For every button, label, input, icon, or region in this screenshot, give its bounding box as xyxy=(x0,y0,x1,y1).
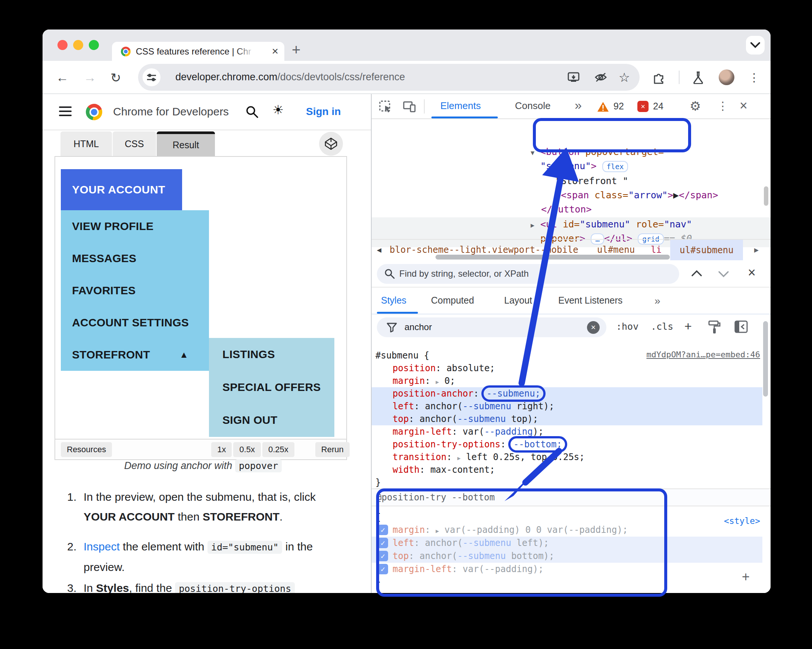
css-prop-left[interactable]: left: anchor(--submenu right); xyxy=(372,400,759,413)
reload-button[interactable]: ↻ xyxy=(110,61,121,94)
your-account-button[interactable]: YOUR ACCOUNT xyxy=(61,169,182,210)
css-prop-position[interactable]: position: absolute; xyxy=(372,362,759,375)
devtools-menu-kebab-icon[interactable]: ⋮ xyxy=(717,99,728,112)
scale-1x-button[interactable]: 1x xyxy=(211,442,232,457)
new-style-rule-plus-icon[interactable]: + xyxy=(684,319,692,334)
css-prop-position-anchor[interactable]: position-anchor: --submenu; xyxy=(372,387,759,400)
find-input[interactable] xyxy=(399,267,661,280)
tab-console[interactable]: Console xyxy=(515,100,550,112)
settings-gear-icon[interactable]: ⚙ xyxy=(690,99,701,113)
menu-item-account-settings[interactable]: ACCOUNT SETTINGS xyxy=(61,306,209,339)
tab-styles[interactable]: Styles xyxy=(381,295,406,306)
css-prop-transition[interactable]: transition: ▶ left 0.25s, top 0.25s; xyxy=(372,451,759,464)
submenu-item-sign-out[interactable]: SIGN OUT xyxy=(209,404,334,436)
position-try-value-annotated[interactable]: --bottom; xyxy=(508,436,567,453)
paint-roller-icon[interactable] xyxy=(708,320,721,335)
flask-icon[interactable] xyxy=(693,61,704,94)
styles-vertical-scrollbar[interactable] xyxy=(763,321,768,396)
filter-clear-icon[interactable]: × xyxy=(587,321,600,334)
scale-05x-button[interactable]: 0.5x xyxy=(233,442,261,457)
device-toolbar-icon[interactable] xyxy=(403,101,416,113)
find-input-field[interactable] xyxy=(377,264,679,284)
style-tag-link[interactable]: <style> xyxy=(724,516,760,526)
bookmark-star-icon[interactable]: ☆ xyxy=(616,69,632,86)
rerun-button[interactable]: Rerun xyxy=(315,442,350,457)
site-brand[interactable]: Chrome for Developers xyxy=(113,105,229,118)
tab-html[interactable]: HTML xyxy=(61,132,112,156)
eye-off-icon[interactable] xyxy=(592,69,609,86)
stylesheet-source-link[interactable]: mdYdpOM?ani…pe=embed:46 xyxy=(646,350,760,359)
toggle-cls[interactable]: .cls xyxy=(651,321,673,332)
site-settings-icon[interactable] xyxy=(142,68,160,86)
more-tabs-icon[interactable]: » xyxy=(575,98,582,112)
tab-event-listeners[interactable]: Event Listeners xyxy=(558,295,623,306)
position-anchor-value-annotated[interactable]: --submenu; xyxy=(481,385,546,402)
breadcrumb-item[interactable]: blor-scheme--light.viewport--mobile xyxy=(389,245,578,255)
expand-arrow-icon[interactable]: ▶ xyxy=(531,218,540,232)
tab-search-chevron-button[interactable] xyxy=(746,36,765,55)
find-close-icon[interactable]: × xyxy=(748,265,756,280)
css-prop-width[interactable]: width: max-content; xyxy=(372,464,759,476)
warning-icon[interactable] xyxy=(597,101,609,112)
dom-vertical-scrollbar[interactable] xyxy=(764,186,768,206)
error-icon[interactable]: × xyxy=(637,101,649,112)
submenu-item-special-offers[interactable]: SPECIAL OFFERS xyxy=(209,371,334,404)
browser-menu-kebab-icon[interactable]: ⋮ xyxy=(749,61,760,94)
flex-badge[interactable]: flex xyxy=(602,161,629,172)
styles-filter-field[interactable]: anchor × xyxy=(377,317,606,337)
breadcrumb-ul-submenu-selected[interactable]: ul#submenu xyxy=(670,240,743,260)
breadcrumb-prev-icon[interactable]: ◀ xyxy=(377,245,382,254)
forward-button[interactable]: → xyxy=(84,61,96,94)
theme-toggle-sun-icon[interactable]: ☀ xyxy=(272,102,284,117)
extensions-puzzle-icon[interactable] xyxy=(652,61,665,94)
traffic-light-minimize[interactable] xyxy=(73,40,83,50)
traffic-light-zoom[interactable] xyxy=(89,40,99,50)
tab-css[interactable]: CSS xyxy=(113,132,156,156)
menu-item-favorites[interactable]: FAVORITES xyxy=(61,274,209,306)
menu-item-view-profile[interactable]: VIEW PROFILE xyxy=(61,210,209,242)
dom-line-ul-open[interactable]: ▶<ul id="submenu" role="nav" xyxy=(372,217,771,231)
panel-layout-toggle-icon[interactable] xyxy=(734,320,748,333)
profile-avatar[interactable] xyxy=(719,69,734,85)
tab-computed[interactable]: Computed xyxy=(431,295,474,306)
css-prop-margin-left[interactable]: margin-left: var(--padding); xyxy=(372,426,759,438)
find-prev-icon[interactable] xyxy=(691,270,702,277)
toggle-hov[interactable]: :hov xyxy=(616,321,638,332)
warning-count[interactable]: 92 xyxy=(614,101,624,112)
dom-line-text-storefront[interactable]: "Storefront " xyxy=(372,174,771,188)
dom-line-button-close[interactable]: </button> xyxy=(372,202,771,217)
traffic-light-close[interactable] xyxy=(58,40,67,50)
expand-shorthand-icon[interactable]: ▶ xyxy=(436,379,439,385)
tab-layout[interactable]: Layout xyxy=(504,295,532,306)
sign-in-link[interactable]: Sign in xyxy=(306,106,341,118)
menu-item-messages[interactable]: MESSAGES xyxy=(61,242,209,274)
inspect-link[interactable]: Inspect xyxy=(84,540,120,553)
browser-tab[interactable]: CSS features reference | Chr × xyxy=(112,42,284,61)
error-count[interactable]: 24 xyxy=(653,101,664,112)
tab-close-icon[interactable]: × xyxy=(272,45,278,58)
css-prop-position-try-options[interactable]: position-try-options: --bottom; xyxy=(372,438,759,451)
more-panels-icon[interactable]: » xyxy=(655,295,661,307)
hamburger-menu-icon[interactable] xyxy=(59,106,72,116)
submenu-item-listings[interactable]: LISTINGS xyxy=(209,338,334,371)
breadcrumb-ul-menu[interactable]: ul#menu xyxy=(597,245,635,255)
scale-025x-button[interactable]: 0.25x xyxy=(263,442,295,457)
dom-line-span-arrow[interactable]: <span class="arrow">▶</span> xyxy=(372,188,771,202)
tab-result[interactable]: Result xyxy=(157,132,215,156)
dom-line-button-attr[interactable]: "submenu"> flex xyxy=(372,159,771,173)
inspect-element-icon[interactable] xyxy=(379,101,392,113)
address-bar[interactable]: developer.chrome.com/docs/devtools/css/r… xyxy=(138,64,640,91)
search-icon[interactable] xyxy=(246,105,258,118)
find-next-icon[interactable] xyxy=(718,271,729,277)
css-prop-margin[interactable]: margin: ▶ 0; xyxy=(372,375,759,387)
breadcrumb-li[interactable]: li xyxy=(651,245,662,255)
new-tab-button[interactable]: + xyxy=(292,41,301,58)
css-prop-top[interactable]: top: anchor(--submenu top); xyxy=(372,413,759,426)
tab-elements[interactable]: Elements xyxy=(440,100,481,112)
add-rule-plus-icon[interactable]: + xyxy=(742,569,750,585)
breadcrumb-next-icon[interactable]: ▶ xyxy=(754,245,759,254)
resources-button[interactable]: Resources xyxy=(61,442,112,457)
menu-item-storefront[interactable]: STOREFRONT▲ xyxy=(61,339,209,371)
close-devtools-icon[interactable]: × xyxy=(740,98,748,113)
screencast-icon[interactable] xyxy=(565,69,582,86)
